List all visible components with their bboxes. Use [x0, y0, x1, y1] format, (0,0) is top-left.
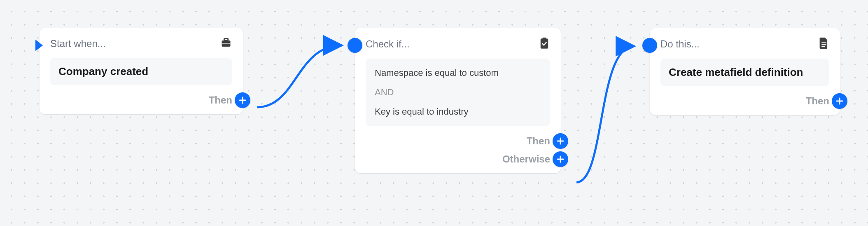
then-row: Then: [660, 95, 829, 107]
card-header: Do this...: [660, 37, 829, 51]
condition-operator: AND: [375, 86, 541, 99]
svg-rect-3: [541, 38, 548, 48]
svg-rect-2: [222, 43, 231, 44]
start-marker-icon: [35, 40, 43, 51]
svg-rect-6: [821, 44, 826, 45]
add-step-button[interactable]: [832, 93, 847, 109]
trigger-header-label: Start when...: [50, 38, 106, 49]
clipboard-check-icon: [539, 37, 550, 51]
briefcase-icon: [220, 37, 232, 50]
card-header: Check if...: [366, 37, 550, 51]
trigger-title: Company created: [50, 58, 232, 85]
action-header-label: Do this...: [660, 38, 700, 50]
then-row: Then: [366, 135, 550, 147]
document-icon: [819, 37, 829, 51]
condition-line-2: Key is equal to industry: [375, 106, 541, 118]
action-node-dot-icon: [642, 38, 657, 53]
svg-rect-7: [821, 46, 825, 47]
trigger-card[interactable]: Start when... Company created Then: [40, 28, 243, 114]
add-otherwise-step-button[interactable]: [553, 151, 568, 167]
condition-line-1: Namespace is equal to custom: [375, 67, 541, 80]
condition-body: Namespace is equal to custom AND Key is …: [366, 59, 550, 126]
svg-rect-4: [542, 38, 546, 40]
then-label: Then: [806, 95, 829, 107]
action-card[interactable]: Do this... Create metafield definition T…: [650, 28, 840, 115]
add-step-button[interactable]: [235, 92, 250, 108]
condition-node-dot-icon: [348, 38, 362, 53]
condition-card[interactable]: Check if... Namespace is equal to custom…: [355, 28, 561, 173]
otherwise-row: Otherwise: [366, 153, 550, 165]
card-header: Start when...: [50, 37, 232, 50]
svg-rect-1: [224, 39, 228, 41]
otherwise-label: Otherwise: [502, 153, 550, 165]
add-then-step-button[interactable]: [553, 133, 568, 149]
svg-rect-5: [821, 42, 826, 43]
condition-header-label: Check if...: [366, 38, 410, 50]
then-row: Then: [50, 94, 232, 106]
action-title: Create metafield definition: [660, 59, 829, 86]
then-label: Then: [527, 135, 550, 147]
then-label: Then: [209, 94, 232, 106]
